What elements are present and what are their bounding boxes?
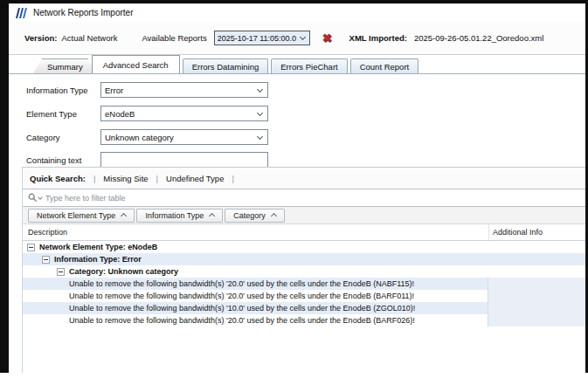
information-type-label: Information Type — [26, 86, 88, 95]
containing-text-label: Containing text — [26, 155, 81, 165]
available-reports-select[interactable]: 2025-10-17 11:05:00.0 — [214, 31, 310, 45]
tab-errors-piechart[interactable]: Errors PieChart — [271, 58, 347, 73]
separator: | — [232, 174, 233, 183]
collapse-icon[interactable] — [27, 244, 35, 251]
chevron-down-icon — [257, 86, 263, 92]
xml-imported-filename: 2025-09-26-05.01.22_Ooredoo.xml — [414, 33, 543, 43]
sort-ascending-icon — [121, 213, 127, 219]
available-reports-selected-value: 2025-10-17 11:05:00.0 — [218, 34, 297, 43]
table-row[interactable]: Unable to remove the following bandwidth… — [23, 278, 585, 290]
table-row[interactable]: Unable to remove the following bandwidth… — [23, 314, 585, 326]
delete-report-icon[interactable]: ✖ — [322, 32, 332, 44]
form-row: Information Type Error — [9, 82, 585, 98]
available-reports-label: Available Reports — [142, 33, 206, 43]
column-divider[interactable] — [488, 224, 489, 240]
app-logo-icon — [16, 8, 28, 18]
tab-errors-datamining[interactable]: Errors Datamining — [183, 58, 269, 73]
top-toolbar: Version: Actual Network Available Report… — [9, 22, 585, 55]
element-type-select[interactable]: eNodeB — [100, 106, 268, 121]
form-row: Category Unknown category — [9, 129, 585, 145]
chevron-down-icon — [257, 109, 263, 115]
group-row-network-element-type[interactable]: Network Element Type: eNodeB — [23, 241, 585, 253]
table-row[interactable]: Unable to remove the following bandwidth… — [23, 290, 585, 302]
tab-strip: Summary Advanced Search Errors Dataminin… — [9, 55, 585, 73]
form-row: Containing text — [9, 152, 585, 168]
column-header-description[interactable]: Description — [28, 228, 67, 237]
filter-options-chevron-icon[interactable] — [38, 195, 43, 200]
group-row-category[interactable]: Category: Unknown category — [23, 265, 585, 278]
chevron-down-icon — [257, 133, 263, 139]
version-value: Actual Network — [62, 33, 118, 43]
sort-ascending-icon — [209, 213, 215, 219]
group-chip-network-element-type[interactable]: Network Element Type — [28, 209, 135, 223]
category-label: Category — [26, 133, 60, 142]
quick-search-undefined-type[interactable]: Undefined Type — [166, 174, 224, 183]
results-tree: Network Element Type: eNodeB Information… — [23, 241, 585, 326]
results-section: Quick Search: | Missing Site | Undefined… — [22, 167, 585, 373]
category-select[interactable]: Unknown category — [100, 129, 268, 145]
filter-bar — [23, 189, 585, 207]
group-chip-label: Category — [233, 211, 266, 220]
table-header-row: Description Additional Info — [23, 224, 585, 241]
table-filter-input[interactable] — [45, 194, 585, 203]
quick-search-bar: Quick Search: | Missing Site | Undefined… — [23, 168, 585, 189]
window-title: Network Reports Importer — [33, 8, 133, 17]
group-row-information-type[interactable]: Information Type: Error — [23, 253, 585, 265]
quick-search-missing-site[interactable]: Missing Site — [103, 174, 148, 183]
table-row[interactable]: Unable to remove the following bandwidth… — [23, 302, 585, 314]
title-bar: Network Reports Importer — [9, 3, 585, 22]
row-additional-info — [488, 314, 585, 326]
collapse-icon[interactable] — [42, 256, 50, 264]
row-description: Unable to remove the following bandwidth… — [69, 279, 414, 288]
grouping-bar: Network Element Type Information Type Ca… — [23, 207, 585, 224]
group-chip-information-type[interactable]: Information Type — [136, 209, 223, 223]
element-type-label: Element Type — [26, 109, 77, 119]
quick-search-label: Quick Search: — [30, 174, 86, 183]
xml-imported-label: XML Imported: — [349, 33, 407, 43]
group-chip-category[interactable]: Category — [225, 209, 285, 223]
search-icon — [28, 193, 38, 203]
row-description: Unable to remove the following bandwidth… — [69, 292, 414, 300]
group-row-text: Information Type: Error — [54, 255, 142, 264]
separator: | — [93, 174, 95, 183]
information-type-select[interactable]: Error — [100, 82, 268, 98]
version-label: Version: — [24, 33, 58, 43]
tab-summary[interactable]: Summary — [33, 58, 97, 73]
row-description: Unable to remove the following bandwidth… — [69, 316, 415, 325]
group-chip-label: Information Type — [145, 211, 204, 220]
window-frame: Network Reports Importer Version: Actual… — [0, 0, 588, 373]
group-row-text: Network Element Type: eNodeB — [39, 243, 157, 251]
row-additional-info — [488, 302, 585, 314]
network-reports-importer-window: Network Reports Importer Version: Actual… — [9, 3, 585, 373]
information-type-value: Error — [105, 86, 254, 95]
form-row: Element Type eNodeB — [9, 106, 585, 121]
category-value: Unknown category — [105, 133, 254, 142]
row-description: Unable to remove the following bandwidth… — [69, 304, 415, 313]
row-additional-info — [488, 290, 585, 302]
collapse-icon[interactable] — [57, 268, 65, 276]
column-header-additional-info[interactable]: Additional Info — [493, 228, 543, 237]
sort-ascending-icon — [271, 213, 277, 219]
containing-text-input[interactable] — [100, 152, 268, 168]
element-type-value: eNodeB — [105, 109, 254, 119]
tab-advanced-search[interactable]: Advanced Search — [92, 55, 180, 73]
separator: | — [156, 174, 158, 183]
row-additional-info — [488, 278, 585, 290]
group-row-text: Category: Unknown category — [69, 267, 178, 276]
chevron-down-icon — [300, 34, 306, 40]
advanced-search-panel: Information Type Error Element Type eNod… — [9, 73, 585, 373]
group-chip-label: Network Element Type — [37, 211, 115, 220]
tab-count-report[interactable]: Count Report — [350, 58, 419, 73]
